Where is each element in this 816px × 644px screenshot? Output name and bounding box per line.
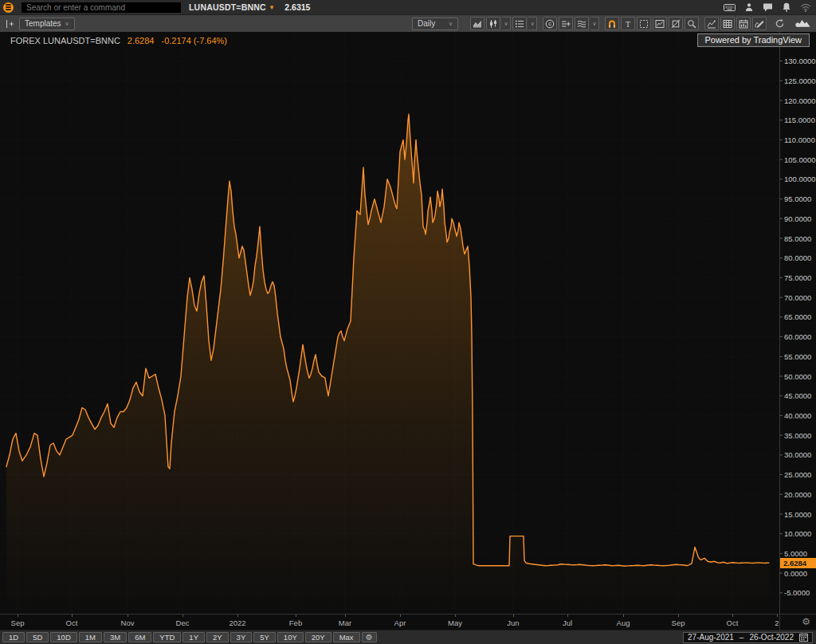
price-tick-label: 15.0000 (784, 510, 811, 519)
zoom-button[interactable] (685, 17, 699, 30)
price-tick-label: 125.0000 (784, 77, 816, 85)
price-tick-label: 10.0000 (784, 529, 811, 538)
range-button-1d[interactable]: 1D (2, 632, 25, 642)
range-settings-gear-icon[interactable]: ⚙ (362, 632, 377, 642)
top-bar-icons (724, 2, 811, 12)
area-chart-button[interactable] (470, 17, 484, 30)
calendar-chart-icon (739, 19, 748, 29)
toolbar-icon-buttons: ∨∨c∨T (465, 17, 813, 30)
layers-button[interactable] (575, 17, 589, 30)
powered-by-tradingview-tooltip: Powered by TradingView (697, 33, 810, 47)
time-tick-mark (678, 615, 679, 617)
app-logo-icon[interactable] (3, 2, 14, 13)
time-tick-mark (237, 615, 238, 617)
price-tick-label: 35.0000 (784, 431, 811, 440)
chart-edit-button[interactable] (752, 17, 767, 30)
range-button-5y[interactable]: 5Y (253, 632, 276, 642)
tradingview-button[interactable] (792, 17, 813, 30)
price-tick-label: 110.0000 (784, 135, 815, 144)
text-tool-button[interactable]: T (621, 17, 635, 30)
templates-label: Templates (25, 19, 61, 28)
list-button[interactable] (512, 17, 527, 30)
grid-icon (723, 19, 732, 29)
time-tick-mark (623, 615, 624, 617)
price-tick-label: -5.0000 (784, 588, 810, 597)
price-axis[interactable]: 130.0000125.0000120.0000115.0000110.0000… (779, 32, 816, 614)
grid-button[interactable] (720, 17, 735, 30)
chart-symbol-title: FOREX LUNAUSDT=BNNC (10, 36, 120, 45)
range-button-max[interactable]: Max (333, 632, 360, 642)
hide-drawings-button[interactable] (669, 17, 683, 30)
time-tick-label: Sep (672, 618, 685, 627)
candlestick-button[interactable] (486, 17, 500, 30)
axis-settings-gear-icon[interactable]: ⚙ (802, 616, 810, 627)
refresh-button[interactable] (772, 17, 787, 30)
range-button-10y[interactable]: 10Y (277, 632, 304, 642)
layers-icon (577, 19, 586, 29)
list-dropdown[interactable]: ∨ (528, 17, 537, 30)
axis-corner-divider (779, 615, 780, 630)
range-button-ytd[interactable]: YTD (153, 632, 181, 642)
symbol-label: LUNAUSDT=BNNC (189, 2, 266, 12)
symbol-selector[interactable]: LUNAUSDT=BNNC ▾ (189, 2, 273, 12)
price-tick-label: 80.0000 (784, 253, 811, 262)
candlestick-dropdown[interactable]: ∨ (502, 17, 511, 30)
search-input[interactable] (22, 2, 181, 13)
range-button-3m[interactable]: 3M (104, 632, 127, 642)
area-chart-icon (473, 19, 482, 29)
calendar-icon (799, 633, 808, 642)
chart-box-icon (655, 19, 665, 29)
price-tick-label: 90.0000 (784, 214, 811, 223)
bottom-bar: 1D5D10D1M3M6MYTD1Y2Y3Y5Y10Y20YMax ⚙ 27-A… (0, 630, 816, 644)
add-pane-icon[interactable] (3, 18, 16, 30)
time-tick-label: Dec (176, 618, 190, 627)
chart-pane[interactable]: FOREX LUNAUSDT=BNNC 2.6284 -0.2174 (-7.6… (0, 32, 816, 614)
range-button-1y[interactable]: 1Y (182, 632, 205, 642)
range-button-3y[interactable]: 3Y (230, 632, 253, 642)
time-axis[interactable]: ⚙ SepOctNovDec2022FebMarAprMayJunJulAugS… (0, 614, 816, 630)
chart-price-change: -0.2174 (-7.64%) (161, 36, 227, 45)
time-tick-label: Mar (339, 618, 351, 627)
range-button-1m[interactable]: 1M (79, 632, 102, 642)
bell-icon[interactable] (782, 2, 791, 12)
wifi-icon[interactable] (800, 3, 811, 12)
price-tick-label: 55.0000 (784, 352, 811, 361)
select-button[interactable] (637, 17, 651, 30)
chat-icon[interactable] (763, 2, 773, 12)
date-range-end: 26-Oct-2022 (749, 633, 794, 642)
time-tick-label: Nov (121, 618, 135, 627)
templates-button[interactable]: Templates ∨ (19, 18, 75, 30)
time-tick-label: 2 (775, 618, 779, 627)
text-tool-icon: T (623, 19, 633, 29)
list-icon (515, 19, 524, 29)
keyboard-icon[interactable] (724, 3, 736, 12)
time-tick-mark (513, 615, 514, 617)
range-button-10d[interactable]: 10D (50, 632, 76, 642)
calendar-chart-button[interactable] (736, 17, 751, 30)
price-tick-label: 50.0000 (784, 372, 811, 381)
time-tick-mark (567, 615, 568, 617)
range-button-5d[interactable]: 5D (26, 632, 49, 642)
compare-button[interactable]: c (543, 17, 557, 30)
chart-box-button[interactable] (653, 17, 667, 30)
layers-dropdown[interactable]: ∨ (590, 17, 599, 30)
magnet-button[interactable] (605, 17, 619, 30)
price-tick-label: 120.0000 (784, 96, 816, 105)
chart-line-button[interactable] (704, 17, 719, 30)
indicators-button[interactable] (559, 17, 573, 30)
range-button-20y[interactable]: 20Y (305, 632, 332, 642)
interval-select[interactable]: Daily ∨ (412, 18, 458, 30)
price-tick-label: 30.0000 (784, 450, 811, 459)
hide-drawings-icon (671, 19, 681, 29)
range-button-2y[interactable]: 2Y (206, 632, 229, 642)
svg-text:T: T (626, 19, 630, 28)
indicators-icon (561, 19, 571, 29)
price-tick-label: 5.0000 (784, 549, 807, 558)
current-price-badge: 2.6284 (780, 558, 816, 568)
date-range-picker[interactable]: 27-Aug-2021 – 26-Oct-2022 (683, 632, 813, 643)
chevron-down-icon: ∨ (592, 21, 596, 27)
user-icon[interactable] (744, 2, 754, 12)
chart-legend[interactable]: FOREX LUNAUSDT=BNNC 2.6284 -0.2174 (-7.6… (10, 36, 227, 45)
range-button-6m[interactable]: 6M (128, 632, 151, 642)
time-tick-label: Sep (11, 618, 25, 627)
